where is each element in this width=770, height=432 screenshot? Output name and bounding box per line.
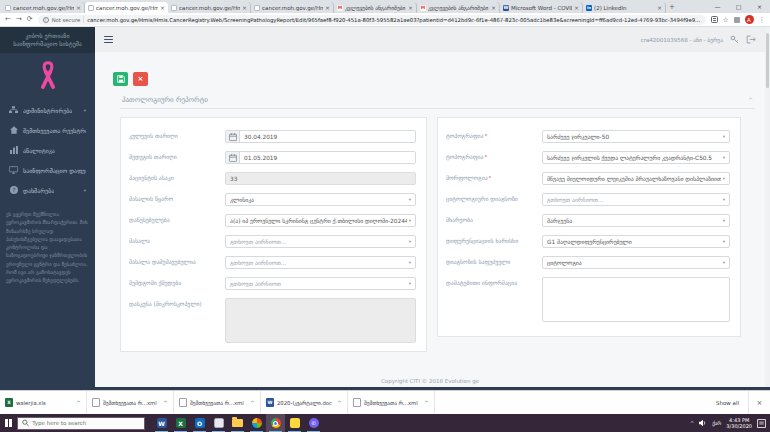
result-date-input[interactable]: 01.05.2019: [225, 151, 416, 164]
sidebar-item-dashboards[interactable]: საინფორმაციო დაფები: [0, 160, 95, 180]
field-label: დასკვნა (მიკროსკოპული): [129, 298, 225, 308]
bookmark-star-icon[interactable]: ☆: [723, 16, 729, 24]
close-downloads-bar-icon[interactable]: ×: [748, 391, 770, 414]
tab-title: cancer.moh.gov.ge/Hmis/:: [262, 5, 323, 11]
keyboard-language[interactable]: ქარ: [712, 420, 721, 426]
browser-tab-7-word[interactable]: W Microsoft Word - COVID-1 ×: [500, 2, 583, 13]
forward-button[interactable]: →: [16, 16, 22, 23]
volume-icon[interactable]: [699, 419, 707, 427]
scrollbar-thumb[interactable]: [766, 33, 769, 88]
tab-close-icon[interactable]: ×: [408, 4, 413, 11]
chevron-down-icon: ▾: [723, 134, 725, 139]
key-icon[interactable]: [730, 35, 739, 44]
morphology-select[interactable]: მწვავე მიელოიდური ლეიკემია მრავალხაზოვან…: [542, 172, 730, 185]
followup-action-select[interactable]: გთხოვთ აირჩიოთ ▾: [225, 277, 416, 290]
hamburger-menu-icon[interactable]: [104, 36, 113, 44]
calendar-icon[interactable]: [226, 152, 240, 163]
tab-close-icon[interactable]: ×: [574, 4, 579, 11]
sidebar-item-help[interactable]: ? დახმარება ▾: [0, 180, 95, 200]
start-button[interactable]: [0, 414, 17, 432]
download-menu-icon[interactable]: ^: [250, 399, 255, 406]
search-input[interactable]: [32, 420, 140, 426]
tab-close-icon[interactable]: ×: [76, 4, 81, 11]
reload-button[interactable]: ⟳: [27, 16, 33, 23]
security-label: Not secure: [52, 17, 81, 23]
taskbar-app-window-icon[interactable]: [209, 414, 228, 432]
cytology-diagnosis-select[interactable]: გთხოვთ აირჩიოთ... ▾: [542, 193, 730, 206]
taskbar-sticky-notes-icon[interactable]: [285, 414, 304, 432]
taskbar-photos-icon[interactable]: [247, 414, 266, 432]
clock[interactable]: 4:43 PM 3/30/2020: [726, 417, 752, 430]
tab-close-icon[interactable]: ×: [325, 4, 330, 11]
laterality-select[interactable]: მარჯვენა ▾: [542, 214, 730, 227]
taskbar-word-icon[interactable]: W: [152, 414, 171, 432]
page-scrollbar[interactable]: [765, 27, 770, 390]
address-bar[interactable]: i Not secure cancer.moh.gov.ge/Hmis/Hmis…: [38, 15, 706, 25]
download-menu-icon[interactable]: ^: [337, 399, 342, 406]
profile-avatar[interactable]: A: [745, 15, 754, 24]
sidebar-item-administration[interactable]: ადმინისტრირება ▾: [0, 100, 95, 120]
tab-close-icon[interactable]: ×: [491, 4, 496, 11]
research-date-input[interactable]: 30.04.2019: [225, 130, 416, 143]
material-select[interactable]: გთხოვთ აირჩიოთ... ▾: [225, 235, 416, 248]
tab-close-icon[interactable]: ×: [657, 4, 662, 11]
material-processed-select[interactable]: გთხოვთ აირჩიოთ... ▾: [225, 256, 416, 269]
browser-menu-icon[interactable]: ⋮: [759, 16, 766, 24]
panel-collapse-icon[interactable]: ^: [748, 96, 753, 103]
bookmarks-panel-icon[interactable]: [711, 16, 718, 23]
tab-close-icon[interactable]: ×: [242, 4, 247, 11]
extension-icon[interactable]: [734, 17, 740, 23]
institution-select[interactable]: ა(ა) იპ ეროვნული სკრინინგ ცენტრი ქ.თბილი…: [225, 214, 416, 227]
sidebar-item-case-registry[interactable]: შემთხვევათა რეესტრი: [0, 120, 95, 140]
differentiation-grade-select[interactable]: G1 მაღალდიფერენცირებული ▾: [542, 235, 730, 248]
window-maximize-button[interactable]: □: [728, 3, 749, 10]
sidebar-item-analytics[interactable]: ანალიტიკა: [0, 140, 95, 160]
tab-close-icon[interactable]: ×: [160, 4, 165, 11]
window-minimize-button[interactable]: —: [707, 3, 728, 10]
download-item-3[interactable]: შემთხვევათა რ...xml ^: [174, 391, 261, 414]
calendar-icon[interactable]: [226, 131, 240, 142]
page-favicon: [88, 5, 94, 11]
taskbar-outlook-icon[interactable]: O: [190, 414, 209, 432]
browser-tab-3[interactable]: cancer.moh.gov.ge/Hmis/: ×: [168, 2, 251, 13]
form-row: მასალის წყარო კლინიკა ▾: [129, 193, 416, 206]
delete-button[interactable]: ×: [133, 72, 148, 86]
logout-icon[interactable]: [746, 35, 756, 44]
show-all-downloads-button[interactable]: Show all: [707, 400, 748, 406]
download-item-1[interactable]: X walerjia.xls ^: [0, 391, 87, 414]
diagnosis-basis-select[interactable]: ციტოლოგია ▾: [542, 256, 730, 269]
site-info-icon[interactable]: i: [43, 17, 49, 23]
taskbar-search[interactable]: [17, 417, 145, 430]
browser-tab-8-linkedin[interactable]: in (2) LinkedIn ×: [583, 2, 666, 13]
topography-select-1[interactable]: სარძევე ჯირკვალი-50 ▾: [542, 130, 730, 143]
additional-info-textarea[interactable]: [542, 277, 730, 322]
download-menu-icon[interactable]: ^: [76, 399, 81, 406]
notification-center-icon[interactable]: [757, 419, 766, 428]
back-button[interactable]: ←: [5, 16, 11, 23]
browser-tab-1[interactable]: cancer.moh.gov.ge/Hmis/: ×: [2, 2, 85, 13]
taskbar-chrome-icon[interactable]: [266, 414, 285, 432]
download-item-2[interactable]: შემთხვევათა რ...xml ^: [87, 391, 174, 414]
form-row: მხარეობა მარჯვენა ▾: [446, 214, 730, 227]
form-row: დამატებითი ინფორმაცია: [446, 277, 730, 322]
chevron-down-icon: ▾: [84, 108, 86, 113]
download-item-4[interactable]: W 2020-Iკვარტალი.doc ^: [261, 391, 348, 414]
window-close-button[interactable]: ×: [749, 3, 770, 10]
download-item-5[interactable]: შემთხვევათა რ...xml ^: [348, 391, 435, 414]
download-menu-icon[interactable]: ^: [424, 399, 429, 406]
browser-tab-2-active[interactable]: cancer.moh.gov.ge/Hmis/: ×: [85, 2, 168, 13]
taskbar-excel-icon[interactable]: X: [171, 414, 190, 432]
browser-tab-6-gmail[interactable]: M კვლევების ანგარიშები ა ×: [417, 2, 500, 13]
browser-tab-5-gmail[interactable]: M კვლევების ანგარიშები ა ×: [334, 2, 417, 13]
material-source-select[interactable]: კლინიკა ▾: [225, 193, 416, 206]
tray-expand-icon[interactable]: ^: [690, 420, 694, 426]
tab-title: (2) LinkedIn: [594, 5, 655, 11]
browser-tab-4[interactable]: cancer.moh.gov.ge/Hmis/: ×: [251, 2, 334, 13]
save-button[interactable]: [113, 72, 128, 86]
taskbar-viber-icon[interactable]: ✆: [304, 414, 323, 432]
topography-select-2[interactable]: სარძევე ჯირკვლის ქვედა ლატერალური კვადრა…: [542, 151, 730, 164]
taskbar-file-explorer-icon[interactable]: [228, 414, 247, 432]
download-menu-icon[interactable]: ^: [163, 399, 168, 406]
help-icon: ?: [9, 186, 18, 194]
new-tab-button[interactable]: +: [666, 3, 678, 11]
